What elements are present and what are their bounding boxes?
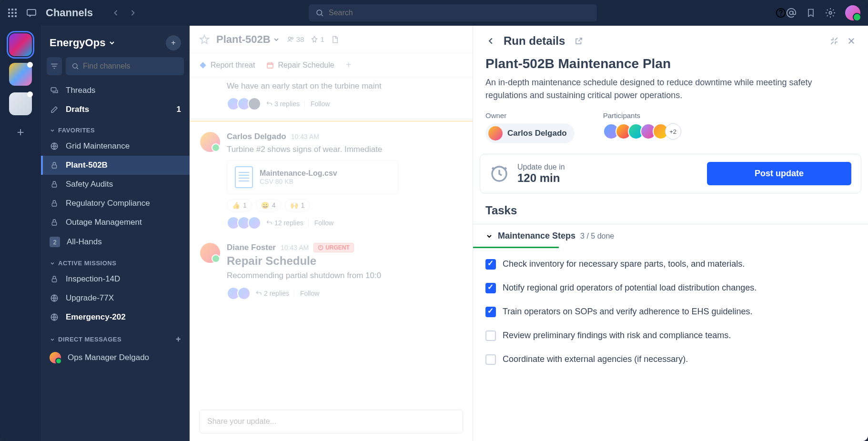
sidebar-drafts[interactable]: Drafts 1 [41,100,190,119]
doc-icon[interactable] [331,35,339,44]
sidebar-channel[interactable]: Grid Maintenance [41,137,190,156]
task-section-title: Maintenance Steps [498,231,575,241]
sidebar-channel[interactable]: Regulatory Compliance [41,194,190,213]
help-icon[interactable] [776,8,786,18]
star-icon[interactable] [199,34,210,45]
task-progress: 3 / 5 done [580,232,614,241]
task-text: Notify regional grid operators of potent… [503,283,757,293]
nav-forward-icon[interactable] [126,6,140,20]
threads-label: Threads [66,86,95,95]
sidebar-channel[interactable]: Outage Management [41,213,190,232]
plan-description: An in-depth maintenance schedule designe… [473,76,868,102]
update-card: Update due in 120 min Post update [480,154,861,193]
task-checkbox[interactable] [485,307,496,317]
external-link-icon[interactable] [575,37,583,45]
tab-repair-schedule[interactable]: Repair Schedule [266,61,334,70]
task-checkbox[interactable] [485,354,496,365]
chevron-down-icon [50,261,55,266]
workspace-add-button[interactable]: + [17,125,24,140]
dm-item[interactable]: Ops Manager Delgado [41,347,190,368]
collapse-icon[interactable] [830,37,838,45]
participants-more[interactable]: +2 [665,123,681,140]
sidebar-channel[interactable]: Plant-502B [41,156,190,175]
sidebar: EnergyOps + Threads Drafts 1 FAVORITES G… [41,0,190,441]
channel-name: Safety Audits [66,180,113,189]
team-name: EnergyOps [50,37,105,49]
add-button[interactable]: + [166,35,181,50]
dm-name: Ops Manager Delgado [68,353,149,362]
chevron-down-icon [50,128,55,133]
pinned-count[interactable]: 1 [311,35,324,43]
sidebar-channel[interactable]: 2All-Hands [41,232,190,252]
reply-link[interactable]: 3 replies [266,100,300,108]
channel-title[interactable]: Plant-502B [216,33,280,46]
message-author[interactable]: Diane Foster [227,243,276,252]
reply-link[interactable]: 2 replies [255,290,289,297]
task-checkbox[interactable] [485,259,496,270]
calendar-icon [266,61,274,69]
svg-point-10 [317,10,322,15]
avatar[interactable] [200,243,220,263]
participants[interactable]: +2 [603,123,681,140]
follow-link[interactable]: Follow [308,219,333,227]
find-channels-box[interactable] [66,57,184,75]
file-meta: CSV 80 KB [260,178,337,185]
section-missions[interactable]: ACTIVE MISSIONS [41,252,190,270]
follow-link[interactable]: Follow [304,100,330,108]
avatar[interactable] [200,132,220,152]
svg-point-15 [73,64,77,68]
task-checkbox[interactable] [485,283,496,293]
owner-name: Carlos Delgado [507,129,567,138]
workspace-tile-3[interactable] [9,92,32,115]
topbar: Channels [0,0,868,26]
member-count[interactable]: 38 [287,35,304,43]
attachment[interactable]: Maintenance-Log.csv CSV 80 KB [227,160,398,194]
settings-icon[interactable] [825,8,836,18]
nav-back-icon[interactable] [109,6,122,20]
reaction[interactable]: 🙌1 [285,199,310,211]
message-author[interactable]: Carlos Delgado [227,132,286,141]
find-channels-input[interactable] [83,62,178,70]
task-text: Review preliminary findings with risk an… [503,331,731,341]
search-input[interactable] [329,9,590,17]
reply-link[interactable]: 12 replies [266,219,303,227]
section-favorites[interactable]: FAVORITES [41,119,190,137]
section-dms[interactable]: DIRECT MESSAGES + [41,327,190,347]
task-item: Check inventory for necessary spare part… [485,252,856,276]
compose-input[interactable] [207,417,455,426]
task-item: Train operators on SOPs and verify adher… [485,300,856,324]
mentions-icon[interactable] [786,8,797,18]
task-section-header[interactable]: Maintenance Steps 3 / 5 done [473,224,868,248]
lock-icon [50,275,59,283]
compose-box[interactable] [199,410,463,433]
reaction[interactable]: 😀4 [256,199,281,211]
sidebar-channel[interactable]: Safety Audits [41,175,190,194]
search-box[interactable] [309,4,597,21]
user-avatar[interactable] [845,5,860,20]
channels-icon[interactable] [26,7,37,19]
sidebar-mission[interactable]: Upgrade-77X [41,289,190,308]
workspace-tile-1[interactable] [9,33,32,56]
reaction[interactable]: 👍1 [227,199,252,211]
add-tab-button[interactable]: + [346,60,352,70]
message-time: 10:43 AM [291,133,319,140]
close-icon[interactable] [847,37,856,45]
workspace-tile-2[interactable] [9,63,32,86]
owner-chip[interactable]: Carlos Delgado [485,123,575,143]
svg-rect-5 [15,12,17,14]
post-update-button[interactable]: Post update [707,162,851,185]
new-messages-divider [190,121,473,121]
follow-link[interactable]: Follow [294,290,319,297]
sidebar-mission[interactable]: Inspection-14D [41,270,190,289]
back-icon[interactable] [485,36,496,46]
search-icon [315,9,324,17]
sidebar-mission[interactable]: Emergency-202 [41,308,190,327]
bookmark-icon[interactable] [806,8,816,18]
tab-report-threat[interactable]: Report threat [199,61,255,70]
team-switcher[interactable]: EnergyOps [50,37,116,49]
apps-grid-icon[interactable] [8,8,17,18]
task-checkbox[interactable] [485,331,496,341]
sidebar-threads[interactable]: Threads [41,81,190,100]
add-dm-button[interactable]: + [176,334,181,344]
filter-button[interactable] [47,57,62,75]
